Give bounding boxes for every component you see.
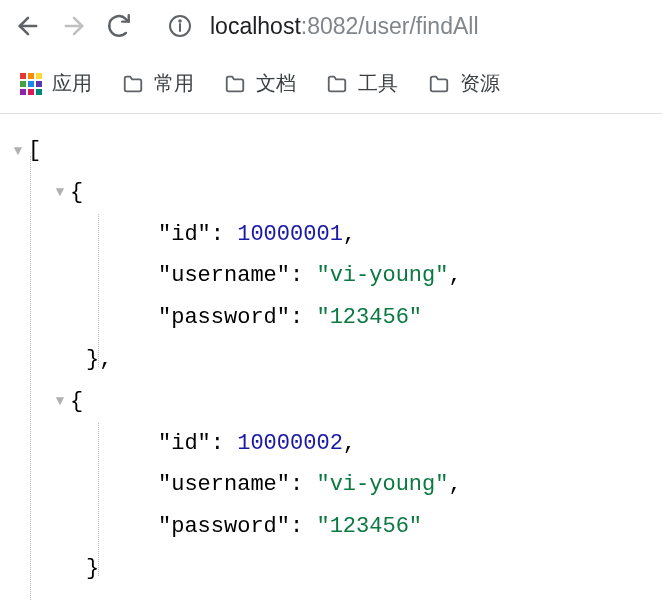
bookmark-label: 资源: [460, 70, 500, 97]
folder-icon: [224, 73, 246, 95]
bookmark-folder-2[interactable]: 工具: [326, 70, 398, 97]
json-property: "password": "123456": [8, 297, 654, 339]
bookmark-folder-1[interactable]: 文档: [224, 70, 296, 97]
folder-icon: [326, 73, 348, 95]
json-object-close: }: [8, 548, 654, 590]
json-object-open: ▼ {: [8, 381, 654, 423]
expand-toggle-icon[interactable]: ▼: [50, 179, 70, 206]
bookmark-label: 常用: [154, 70, 194, 97]
reload-button[interactable]: [106, 13, 132, 39]
bookmark-folder-0[interactable]: 常用: [122, 70, 194, 97]
json-property: "username": "vi-young",: [8, 464, 654, 506]
json-array-close: ]: [8, 590, 654, 600]
json-property: "id": 10000002,: [8, 423, 654, 465]
json-property: "password": "123456": [8, 506, 654, 548]
svg-point-2: [179, 20, 181, 22]
bookmark-folder-3[interactable]: 资源: [428, 70, 500, 97]
expand-toggle-icon[interactable]: ▼: [8, 138, 28, 165]
apps-button[interactable]: 应用: [20, 70, 92, 97]
json-object-close: },: [8, 339, 654, 381]
info-icon[interactable]: [168, 14, 192, 38]
apps-label: 应用: [52, 70, 92, 97]
back-button[interactable]: [14, 12, 42, 40]
bookmark-label: 工具: [358, 70, 398, 97]
expand-toggle-icon[interactable]: ▼: [50, 388, 70, 415]
apps-icon: [20, 73, 42, 95]
json-object-open: ▼ {: [8, 172, 654, 214]
bookmarks-bar: 应用 常用 文档 工具 资源: [0, 52, 662, 114]
folder-icon: [428, 73, 450, 95]
json-property: "id": 10000001,: [8, 214, 654, 256]
forward-button[interactable]: [60, 12, 88, 40]
url-bar[interactable]: localhost:8082/user/findAll: [150, 13, 648, 40]
json-property: "username": "vi-young",: [8, 255, 654, 297]
browser-toolbar: localhost:8082/user/findAll: [0, 0, 662, 52]
url-text: localhost:8082/user/findAll: [210, 13, 479, 40]
bookmark-label: 文档: [256, 70, 296, 97]
folder-icon: [122, 73, 144, 95]
json-viewer: ▼ [ ▼ { "id": 10000001, "username": "vi-…: [0, 114, 662, 600]
json-array-open: ▼ [: [8, 130, 654, 172]
